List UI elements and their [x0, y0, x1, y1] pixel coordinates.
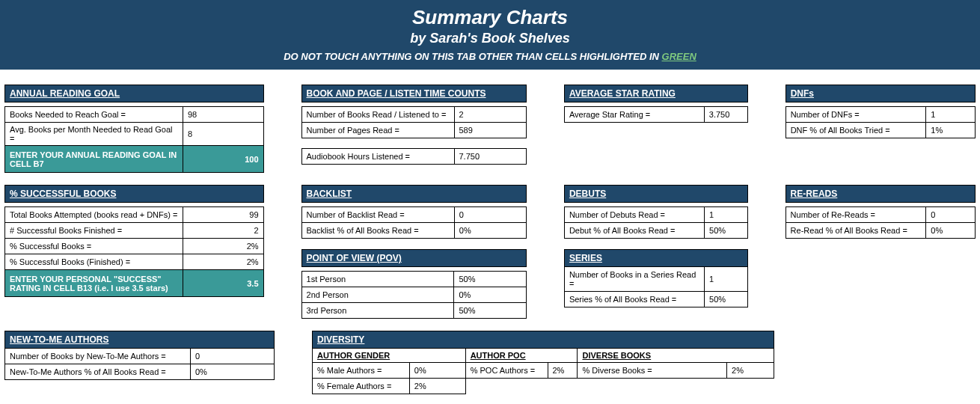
success-input-cell[interactable]: 3.5	[183, 270, 263, 297]
pov-header: POINT OF VIEW (POV)	[301, 250, 526, 267]
book-page-block: BOOK AND PAGE / LISTEN TIME COUNTS Numbe…	[301, 85, 527, 165]
table-row: Number of Re-Reads =0	[785, 207, 975, 223]
content-grid: ANNUAL READING GOAL Books Needed to Reac…	[0, 70, 980, 404]
table-row: Books Needed to Reach Goal =98	[5, 107, 264, 123]
pov-block: POINT OF VIEW (POV) 1st Person50% 2nd Pe…	[301, 249, 527, 319]
dnf-header: DNFs	[785, 85, 975, 102]
annual-reading-goal-block: ANNUAL READING GOAL Books Needed to Reac…	[4, 85, 264, 173]
table-row: Backlist % of All Books Read =0%	[301, 223, 526, 239]
table-row: Total Books Attempted (books read + DNFs…	[5, 207, 264, 223]
dnf-block: DNFs Number of DNFs =1 DNF % of All Book…	[785, 85, 976, 138]
success-input-row: ENTER YOUR PERSONAL "SUCCESS" RATING IN …	[5, 270, 264, 297]
table-row: 2nd Person0%	[301, 287, 526, 303]
table-row: Audiobook Hours Listened =7.750	[301, 149, 526, 165]
bookpage-header: BOOK AND PAGE / LISTEN TIME COUNTS	[301, 85, 526, 102]
header-banner: Summary Charts by Sarah's Book Shelves D…	[0, 0, 980, 70]
backlist-header: BACKLIST	[301, 186, 526, 203]
table-row: Number of Books in a Series Read =1	[564, 267, 747, 292]
success-block: % SUCCESSFUL BOOKS Total Books Attempted…	[4, 185, 264, 297]
rereads-block: RE-READS Number of Re-Reads =0 Re-Read %…	[785, 185, 976, 239]
table-row: Re-Read % of All Books Read =0%	[785, 223, 975, 239]
avg-header: AVERAGE STAR RATING	[564, 85, 747, 102]
table-row: Number of Backlist Read =0	[301, 207, 526, 223]
table-row: 3rd Person50%	[301, 303, 526, 319]
goal-header: ANNUAL READING GOAL	[5, 85, 264, 102]
page-title: Summary Charts	[0, 6, 980, 29]
diversity-header: DIVERSITY	[313, 331, 774, 349]
goal-input-cell[interactable]: 100	[183, 146, 263, 173]
table-row: Debut % of All Books Read =50%	[564, 223, 747, 239]
series-header: SERIES	[564, 250, 747, 267]
debuts-header: DEBUTS	[564, 186, 747, 203]
table-row: Series % of All Books Read =50%	[564, 292, 747, 307]
warning-text: DO NOT TOUCH ANYTHING ON THIS TAB OTHER …	[0, 51, 980, 62]
table-row: 1st Person50%	[301, 272, 526, 287]
green-link[interactable]: GREEN	[662, 51, 696, 62]
avg-star-block: AVERAGE STAR RATING Average Star Rating …	[564, 85, 748, 123]
diversity-sub-books: DIVERSE BOOKS	[578, 349, 774, 363]
table-row: Number of Pages Read =589	[301, 123, 526, 138]
series-block: SERIES Number of Books in a Series Read …	[564, 249, 748, 307]
debuts-block: DEBUTS Number of Debuts Read =1 Debut % …	[564, 185, 748, 239]
diversity-sub-poc: AUTHOR POC	[465, 349, 578, 363]
page-subtitle: by Sarah's Book Shelves	[0, 31, 980, 46]
table-row: Average Star Rating =3.750	[564, 107, 747, 123]
diversity-sub-gender: AUTHOR GENDER	[313, 349, 466, 363]
table-row: % Male Authors = 0% % POC Authors = 2% %…	[313, 363, 774, 379]
table-row: New-To-Me Authors % of All Books Read =0…	[5, 364, 275, 380]
rereads-header: RE-READS	[785, 186, 975, 203]
table-row: Number of Books by New-To-Me Authors =0	[5, 349, 275, 364]
table-row: Number of DNFs =1	[785, 107, 975, 123]
table-row: Number of Books Read / Listened to =2	[301, 107, 526, 123]
new-authors-block: NEW-TO-ME AUTHORS Number of Books by New…	[4, 331, 275, 380]
table-row: % Female Authors = 2%	[313, 379, 774, 394]
success-header: % SUCCESSFUL BOOKS	[5, 186, 264, 203]
diversity-block: DIVERSITY AUTHOR GENDER AUTHOR POC DIVER…	[312, 331, 774, 394]
goal-input-row: ENTER YOUR ANNUAL READING GOAL IN CELL B…	[5, 146, 264, 173]
table-row: Number of Debuts Read =1	[564, 207, 747, 223]
newauthors-header: NEW-TO-ME AUTHORS	[5, 331, 275, 349]
table-row: DNF % of All Books Tried =1%	[785, 123, 975, 138]
table-row: # Successful Books Finished =2	[5, 223, 264, 239]
table-row: Avg. Books per Month Needed to Read Goal…	[5, 123, 264, 146]
table-row: % Successful Books =2%	[5, 239, 264, 254]
backlist-block: BACKLIST Number of Backlist Read =0 Back…	[301, 185, 527, 239]
table-row: % Successful Books (Finished) =2%	[5, 254, 264, 270]
